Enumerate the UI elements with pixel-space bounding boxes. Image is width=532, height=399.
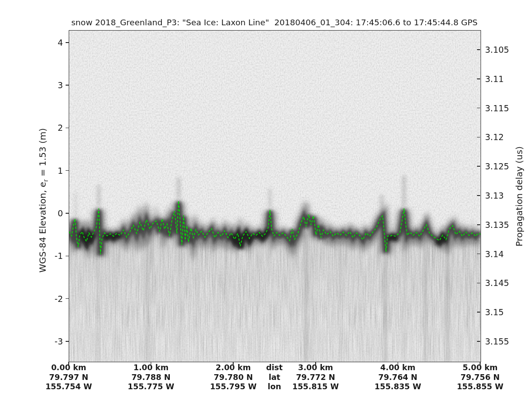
tick-mark <box>477 166 480 167</box>
right-axis-tick-label: 3.155 <box>485 336 509 347</box>
x-dist-label: 1.00 km <box>128 363 174 373</box>
left-axis-tick-label: 0 <box>0 208 63 219</box>
echogram-plot-area <box>69 30 481 362</box>
x-axis-column: 3.00 km79.772 N155.815 W <box>292 363 339 392</box>
x-lon-label: 155.754 W <box>45 382 92 392</box>
x-lon-label: 155.855 W <box>457 382 503 392</box>
x-lat-label: 79.780 N <box>210 373 257 383</box>
x-axis-column: 4.00 km79.764 N155.835 W <box>375 363 421 392</box>
right-axis-tick-label: 3.115 <box>485 103 509 113</box>
x-lat-label: 79.797 N <box>45 373 92 383</box>
x-lat-label: 79.764 N <box>375 373 421 383</box>
x-dist-label: dist <box>266 363 282 373</box>
tick-mark <box>477 137 480 138</box>
x-lat-label: 79.772 N <box>292 373 339 383</box>
tick-mark <box>66 213 69 214</box>
tick-mark <box>66 298 69 299</box>
x-dist-label: 5.00 km <box>457 363 503 373</box>
left-axis-tick-label: -2 <box>0 293 63 304</box>
right-axis-tick-label: 3.13 <box>485 190 504 201</box>
tick-mark <box>66 85 69 86</box>
x-lat-label: 79.788 N <box>128 373 174 383</box>
right-axis-tick-label: 3.14 <box>485 249 504 259</box>
x-dist-label: 0.00 km <box>45 363 92 373</box>
left-axis-tick-label: 4 <box>0 37 63 48</box>
tick-mark <box>477 195 480 196</box>
tick-mark <box>66 42 69 43</box>
left-axis-tick-label: 1 <box>0 165 63 176</box>
x-lon-label: 155.835 W <box>375 382 421 392</box>
right-axis-tick-label: 3.15 <box>485 307 504 317</box>
x-lat-label: 79.756 N <box>457 373 503 383</box>
left-axis-tick-label: -3 <box>0 336 63 347</box>
x-lon-label: 155.795 W <box>210 382 257 392</box>
tick-mark <box>477 283 480 284</box>
tick-mark <box>477 78 480 79</box>
x-lat-label: lat <box>266 373 282 383</box>
right-axis-tick-label: 3.12 <box>485 132 504 142</box>
right-axis-tick-label: 3.11 <box>485 74 504 84</box>
x-axis-header-column: distlatlon <box>266 363 282 392</box>
tick-mark <box>66 256 69 257</box>
right-axis-tick-label: 3.125 <box>485 161 509 172</box>
echogram-canvas <box>69 31 481 362</box>
tick-mark <box>477 224 480 225</box>
tick-mark <box>477 341 480 342</box>
tick-mark <box>477 312 480 313</box>
x-axis-column: 0.00 km79.797 N155.754 W <box>45 363 92 392</box>
right-axis-tick-label: 3.145 <box>485 278 509 288</box>
right-axis-tick-label: 3.105 <box>485 44 509 55</box>
tick-mark <box>66 170 69 171</box>
tick-mark <box>477 49 480 50</box>
figure-title: snow 2018_Greenland_P3: "Sea Ice: Laxon … <box>62 18 487 27</box>
right-axis-label: Propagation delay (us) <box>514 146 524 246</box>
radar-echogram-figure: snow 2018_Greenland_P3: "Sea Ice: Laxon … <box>0 0 532 399</box>
x-axis-column: 2.00 km79.780 N155.795 W <box>210 363 257 392</box>
x-lon-label: lon <box>266 382 282 392</box>
left-axis-tick-label: -1 <box>0 250 63 261</box>
right-axis-tick-label: 3.135 <box>485 219 509 230</box>
left-axis-label-subscript: r <box>42 179 49 182</box>
tick-mark <box>477 254 480 254</box>
x-dist-label: 3.00 km <box>292 363 339 373</box>
left-axis-tick-label: 3 <box>0 80 63 90</box>
left-axis-tick-label: 2 <box>0 122 63 133</box>
x-axis-column: 1.00 km79.788 N155.775 W <box>128 363 174 392</box>
x-dist-label: 2.00 km <box>210 363 257 373</box>
tick-mark <box>66 128 69 129</box>
x-dist-label: 4.00 km <box>375 363 421 373</box>
tick-mark <box>477 108 480 109</box>
tick-mark <box>66 341 69 342</box>
x-axis-column: 5.00 km79.756 N155.855 W <box>457 363 503 392</box>
x-lon-label: 155.775 W <box>128 382 174 392</box>
x-lon-label: 155.815 W <box>292 382 339 392</box>
